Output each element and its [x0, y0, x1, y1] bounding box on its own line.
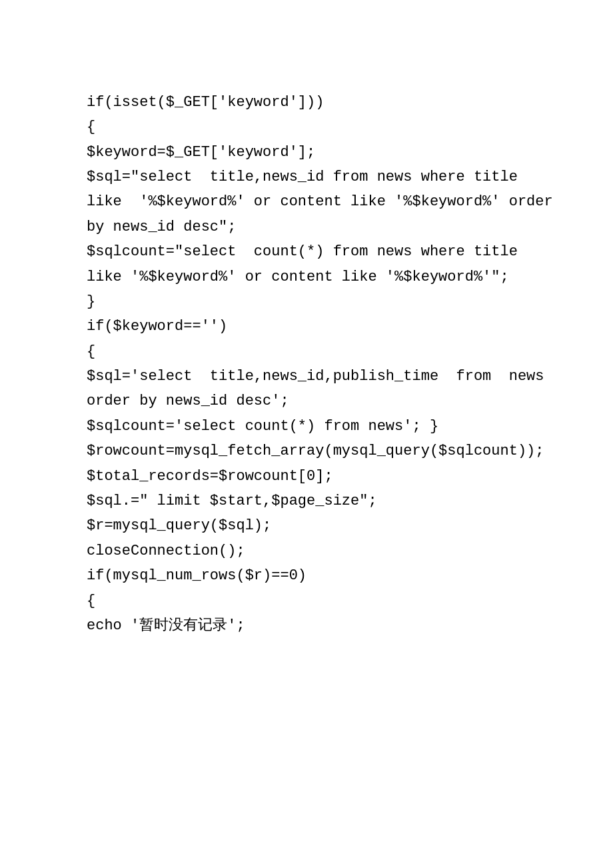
code-line: $sql="select title,news_id from news whe…: [87, 165, 560, 239]
code-line: $total_records=$rowcount[0];: [87, 464, 560, 489]
code-line: $sql.=" limit $start,$page_size";: [87, 489, 560, 513]
code-line: [87, 65, 560, 89]
code-line: $sqlcount="select count(*) from news whe…: [87, 239, 560, 289]
code-line: $sqlcount='select count(*) from news'; }: [87, 414, 560, 439]
code-line: if(mysql_num_rows($r)==0): [87, 563, 560, 588]
code-line: $rowcount=mysql_fetch_array(mysql_query(…: [87, 439, 560, 463]
code-line: {: [87, 339, 560, 364]
code-line: echo '暂时没有记录';: [87, 613, 560, 638]
code-line: {: [87, 115, 560, 139]
code-line: }: [87, 289, 560, 314]
code-line: $r=mysql_query($sql);: [87, 513, 560, 538]
code-line: closeConnection();: [87, 539, 560, 563]
code-line: if($keyword==''): [87, 314, 560, 339]
code-line: {: [87, 589, 560, 613]
code-line: $sql='select title,news_id,publish_time …: [87, 364, 560, 414]
code-line: $keyword=$_GET['keyword'];: [87, 140, 560, 165]
code-display: if(isset($_GET['keyword'])){$keyword=$_G…: [87, 40, 560, 638]
code-line: if(isset($_GET['keyword'])): [87, 90, 560, 115]
